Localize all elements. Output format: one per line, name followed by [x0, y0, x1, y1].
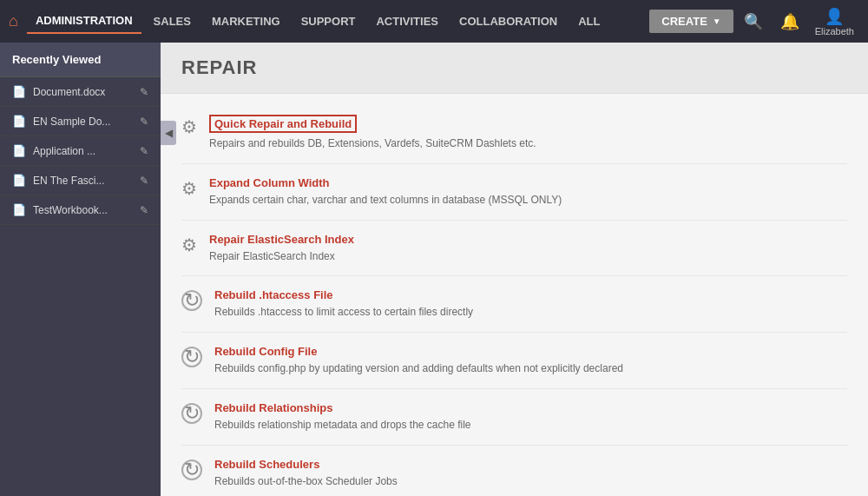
repair-item-content-4: Rebuild Config File Rebuilds config.php …: [214, 345, 847, 376]
repair-link-6[interactable]: Rebuild Schedulers: [214, 458, 319, 471]
repair-icon-2: ⚙: [181, 235, 197, 255]
sidebar-item-1[interactable]: 📄 EN Sample Do... ✎: [0, 107, 161, 136]
top-nav: ⌂ ADMINISTRATION SALES MARKETING SUPPORT…: [0, 0, 868, 43]
doc-icon-2: 📄: [12, 144, 26, 157]
repair-item-content-1: Expand Column Width Expands certain char…: [209, 176, 847, 208]
repair-desc-2: Repair ElasticSearch Index: [209, 249, 847, 264]
repair-item-content-2: Repair ElasticSearch Index Repair Elasti…: [209, 233, 847, 264]
nav-all[interactable]: ALL: [569, 10, 608, 33]
page-title: REPAIR: [161, 43, 868, 94]
edit-icon-2[interactable]: ✎: [140, 145, 148, 157]
sidebar-header: Recently Viewed: [0, 43, 161, 77]
repair-link-0[interactable]: Quick Repair and Rebuild: [209, 115, 357, 133]
repair-desc-6: Rebuilds out-of-the-box Scheduler Jobs: [214, 474, 847, 489]
caret-icon: ▼: [713, 17, 721, 26]
repair-item-content-3: Rebuild .htaccess File Rebuilds .htacces…: [214, 288, 847, 320]
sidebar-items: 📄 Document.docx ✎ 📄 EN Sample Do... ✎ 📄 …: [0, 77, 161, 496]
repair-link-4[interactable]: Rebuild Config File: [214, 345, 317, 358]
edit-icon-1[interactable]: ✎: [140, 116, 148, 128]
repair-item-5: ↻ Rebuild Relationships Rebuilds relatio…: [181, 389, 847, 446]
repair-icon-4: ↻: [181, 347, 202, 367]
create-button[interactable]: CREATE ▼: [649, 10, 733, 33]
repair-item-2: ⚙ Repair ElasticSearch Index Repair Elas…: [181, 221, 847, 277]
doc-icon-4: 📄: [12, 203, 26, 216]
nav-collaboration[interactable]: COLLABORATION: [450, 10, 566, 33]
sidebar-item-3[interactable]: 📄 EN The Fasci... ✎: [0, 166, 161, 195]
user-menu[interactable]: 👤 Elizabeth: [810, 7, 859, 36]
sidebar: Recently Viewed 📄 Document.docx ✎ 📄 EN S…: [0, 43, 161, 496]
edit-icon-0[interactable]: ✎: [140, 86, 148, 98]
sidebar-item-label-1: EN Sample Do...: [33, 116, 133, 128]
layout: Recently Viewed 📄 Document.docx ✎ 📄 EN S…: [0, 43, 868, 496]
sidebar-item-label-3: EN The Fasci...: [33, 175, 133, 187]
repair-item-4: ↻ Rebuild Config File Rebuilds config.ph…: [181, 333, 847, 389]
repair-desc-3: Rebuilds .htaccess to limit access to ce…: [214, 305, 847, 320]
sidebar-item-0[interactable]: 📄 Document.docx ✎: [0, 77, 161, 107]
doc-icon-3: 📄: [12, 174, 26, 187]
repair-item-0: ⚙ Quick Repair and Rebuild Repairs and r…: [181, 103, 847, 164]
sidebar-item-label-4: TestWorkbook...: [33, 204, 133, 216]
repair-desc-0: Repairs and rebuilds DB, Extensions, Var…: [209, 136, 847, 151]
repair-list: ⚙ Quick Repair and Rebuild Repairs and r…: [161, 94, 868, 496]
sidebar-item-4[interactable]: 📄 TestWorkbook... ✎: [0, 195, 161, 225]
repair-icon-0: ⚙: [181, 116, 197, 137]
sidebar-item-2[interactable]: 📄 Application ... ✎: [0, 136, 161, 166]
repair-item-content-6: Rebuild Schedulers Rebuilds out-of-the-b…: [214, 458, 847, 489]
repair-link-3[interactable]: Rebuild .htaccess File: [214, 288, 333, 301]
repair-item-content-0: Quick Repair and Rebuild Repairs and reb…: [209, 115, 847, 151]
repair-icon-5: ↻: [181, 403, 202, 424]
nav-activities[interactable]: ACTIVITIES: [367, 10, 447, 33]
edit-icon-4[interactable]: ✎: [140, 204, 148, 216]
home-icon[interactable]: ⌂: [9, 12, 18, 30]
repair-icon-6: ↻: [181, 460, 202, 480]
repair-item-3: ↻ Rebuild .htaccess File Rebuilds .htacc…: [181, 276, 847, 333]
nav-support[interactable]: SUPPORT: [293, 10, 365, 33]
repair-desc-5: Rebuilds relationship metadata and drops…: [214, 418, 847, 433]
nav-sales[interactable]: SALES: [145, 10, 200, 33]
repair-link-1[interactable]: Expand Column Width: [209, 176, 330, 189]
repair-item-content-5: Rebuild Relationships Rebuilds relations…: [214, 401, 847, 433]
repair-item-1: ⚙ Expand Column Width Expands certain ch…: [181, 164, 847, 221]
notifications-button[interactable]: 🔔: [773, 7, 806, 36]
user-icon: 👤: [825, 7, 844, 26]
doc-icon-1: 📄: [12, 115, 26, 128]
repair-icon-1: ⚙: [181, 178, 197, 199]
repair-item-6: ↻ Rebuild Schedulers Rebuilds out-of-the…: [181, 446, 847, 496]
search-button[interactable]: 🔍: [737, 7, 770, 36]
main-content: REPAIR ⚙ Quick Repair and Rebuild Repair…: [161, 43, 868, 496]
sidebar-toggle[interactable]: ◀: [161, 121, 176, 145]
edit-icon-3[interactable]: ✎: [140, 175, 148, 187]
nav-administration[interactable]: ADMINISTRATION: [27, 9, 141, 34]
repair-icon-3: ↻: [181, 290, 202, 311]
nav-marketing[interactable]: MARKETING: [203, 10, 289, 33]
repair-link-5[interactable]: Rebuild Relationships: [214, 401, 333, 414]
sidebar-item-label-0: Document.docx: [33, 86, 133, 98]
repair-desc-1: Expands certain char, varchar and text c…: [209, 193, 847, 208]
doc-icon-0: 📄: [12, 85, 26, 98]
repair-link-2[interactable]: Repair ElasticSearch Index: [209, 233, 354, 246]
sidebar-item-label-2: Application ...: [33, 145, 133, 157]
repair-desc-4: Rebuilds config.php by updating version …: [214, 361, 847, 376]
